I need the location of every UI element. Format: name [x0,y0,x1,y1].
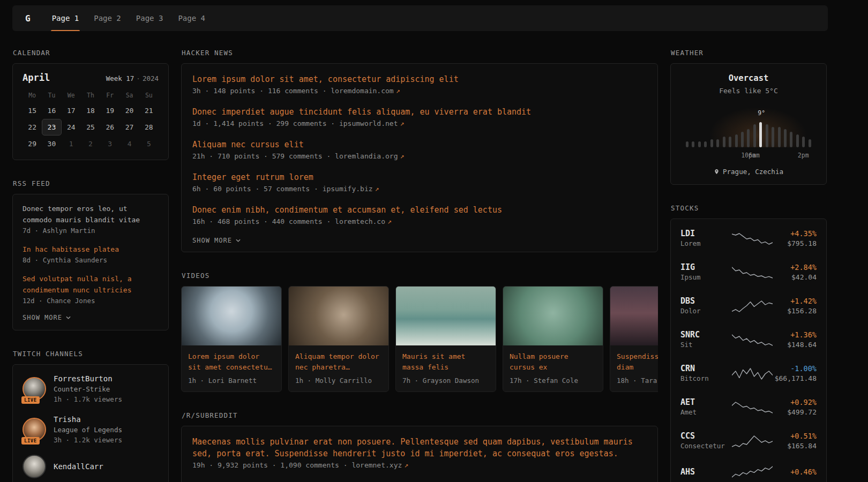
subreddit-item-meta-text: 19h · 9,932 points · 1,090 comments · lo… [192,461,402,469]
weather-bar [735,134,738,147]
chevron-down-icon [236,238,241,243]
hackernews-item: Lorem ipsum dolor sit amet, consectetur … [192,73,647,97]
hackernews-item-meta: 6h · 60 points · 57 comments · ipsumify.… [192,183,647,195]
stock-change: +0.92% [773,397,817,408]
stock-row[interactable]: CRN Bitcorn -1.00% $66,171.48 [680,357,817,390]
weather-bar [753,124,756,147]
stock-row[interactable]: AHS +0.46% [680,458,817,482]
twitch-channel-name: KendallCarr [54,461,103,472]
video-title[interactable]: Nullam posuere cursus ex [510,351,596,373]
hackernews-item-title[interactable]: Integer eget rutrum lorem [192,171,647,183]
hackernews-item-title[interactable]: Aliquam nec cursus elit [192,139,647,150]
twitch-channel-info: KendallCarr [54,461,103,472]
rss-item-meta: 12d · Chance Jones [23,296,159,306]
hackernews-show-more-button[interactable]: SHOW MORE [192,237,647,244]
calendar-day: 24 [62,119,81,135]
stock-id-block: DBS Dolor [680,296,732,316]
video-title[interactable]: Lorem ipsum dolor sit amet consectetu… [188,351,275,373]
live-badge: LIVE [21,437,40,445]
page-tab[interactable]: Page 4 [177,5,206,31]
stock-symbol: AHS [680,467,732,477]
weather-card: Overcast Feels like 5°C 9° 6am2pm10pm Pr… [670,63,827,185]
external-link-icon[interactable]: ↗ [402,461,408,469]
middle-column: HACKER NEWS Lorem ipsum dolor sit amet, … [181,49,658,482]
app-logo[interactable]: G [25,13,31,24]
stock-value-block: +2.84% $42.04 [773,262,817,282]
weather-location: Prague, Czechia [723,168,783,176]
external-link-icon[interactable]: ↗ [398,119,405,127]
video-title[interactable]: Aliquam tempor dolor nec pharetra… [295,351,382,373]
calendar-title-row: April Week 17·2024 [23,72,159,83]
stock-id-block: LDI Lorem [680,229,732,248]
video-card[interactable]: Suspendisse posuere diam 18h · Tara [610,286,658,392]
calendar-dow: Sa [119,88,139,102]
video-card[interactable]: Aliquam tempor dolor nec pharetra… 1h · … [288,286,389,392]
weather-time-label: 10pm [741,152,756,159]
twitch-avatar-wrap: LIVE [23,377,46,401]
page-tab[interactable]: Page 2 [93,5,122,31]
hackernews-item-meta: 16h · 468 points · 440 comments · loremt… [192,216,647,228]
stock-row[interactable]: LDI Lorem +4.35% $795.18 [680,222,817,255]
weather-feels-like: Feels like 5°C [678,87,819,95]
external-link-icon[interactable]: ↗ [394,87,400,95]
stock-symbol: DBS [680,296,732,306]
stock-name: Sit [680,340,732,350]
twitch-channel-row[interactable]: LIVE ForrestBurton Counter-Strike 1h · 1… [23,373,159,404]
location-pin-icon [714,168,720,175]
rss-section: RSS FEED Donec tempor eros leo, ut commo… [12,179,169,330]
calendar-month: April [23,72,50,83]
video-card[interactable]: Nullam posuere cursus ex 17h · Stefan Co… [503,286,603,392]
stock-id-block: AET Amet [680,397,732,417]
video-card[interactable]: Lorem ipsum dolor sit amet consectetu… 1… [181,286,282,392]
calendar-day: 20 [119,102,139,119]
stock-row[interactable]: SNRC Sit +1.36% $148.64 [680,323,817,357]
rss-show-more-button[interactable]: SHOW MORE [23,314,159,321]
left-column: CALENDAR April Week 17·2024 MoTuWeThFrSa… [12,49,169,482]
twitch-channel-game: League of Legends [54,425,122,435]
twitch-channel-row[interactable]: LIVE Trisha League of Legends 3h · 1.2k … [23,414,159,445]
twitch-channel-row[interactable]: LIVE KendallCarr [23,455,159,478]
hackernews-item-title[interactable]: Donec imperdiet augue tincidunt felis al… [192,106,647,118]
external-link-icon[interactable]: ↗ [398,152,405,160]
stock-row[interactable]: IIG Ipsum +2.84% $42.04 [680,255,817,289]
video-body: Nullam posuere cursus ex 17h · Stefan Co… [503,345,603,391]
calendar-day: 29 [23,135,42,152]
stock-id-block: CCS Consectetur [680,431,732,451]
video-title[interactable]: Suspendisse posuere diam [617,351,658,373]
video-body: Aliquam tempor dolor nec pharetra… 1h · … [289,345,388,391]
rss-item-title[interactable]: Sed volutpat nulla nisl, a condimentum n… [23,273,159,296]
stock-change: +1.42% [773,296,817,306]
calendar-day: 1 [62,135,81,152]
subreddit-item-meta: 19h · 9,932 points · 1,090 comments · lo… [192,460,647,471]
calendar-day: 26 [100,119,119,135]
weather-bar [692,141,694,147]
stock-price: $795.18 [773,239,817,248]
video-body: Suspendisse posuere diam 18h · Tara [610,345,658,391]
video-meta: 17h · Stefan Cole [510,376,596,385]
stock-sparkline [732,232,773,246]
hackernews-item-title[interactable]: Donec enim nibh, condimentum et accumsan… [192,204,647,216]
external-link-icon[interactable]: ↗ [373,185,379,193]
rss-item-title[interactable]: In hac habitasse platea [23,244,159,255]
stock-row[interactable]: DBS Dolor +1.42% $156.28 [680,289,817,323]
stock-id-block: CRN Bitcorn [680,364,732,383]
external-link-icon[interactable]: ↗ [385,217,392,225]
stock-row[interactable]: CCS Consectetur +0.51% $165.84 [680,424,817,458]
stock-change: +1.36% [773,330,817,340]
subreddit-item-title[interactable]: Maecenas mollis pulvinar erat non posuer… [192,436,647,460]
twitch-header: TWITCH CHANNELS [13,350,169,358]
video-title[interactable]: Mauris sit amet massa felis [402,351,489,373]
hackernews-item-meta: 3h · 148 points · 116 comments · loremdo… [192,85,647,97]
hackernews-item-title[interactable]: Lorem ipsum dolor sit amet, consectetur … [192,73,647,85]
video-card[interactable]: Mauris sit amet massa felis 7h · Grayson… [395,286,496,392]
rss-item-title[interactable]: Donec tempor eros leo, ut commodo mauris… [23,203,159,225]
page-tab[interactable]: Page 1 [51,5,80,31]
right-column: WEATHER Overcast Feels like 5°C 9° 6am2p… [670,49,827,482]
rss-item: In hac habitasse platea 8d · Cynthia Sau… [23,244,159,266]
videos-section: VIDEOS Lorem ipsum dolor sit amet consec… [181,272,658,392]
page-tab[interactable]: Page 3 [135,5,164,31]
stock-change: -1.00% [773,364,817,374]
stock-row[interactable]: AET Amet +0.92% $499.72 [680,390,817,424]
weather-bar [698,141,701,147]
subreddit-card: Maecenas mollis pulvinar erat non posuer… [181,426,658,482]
